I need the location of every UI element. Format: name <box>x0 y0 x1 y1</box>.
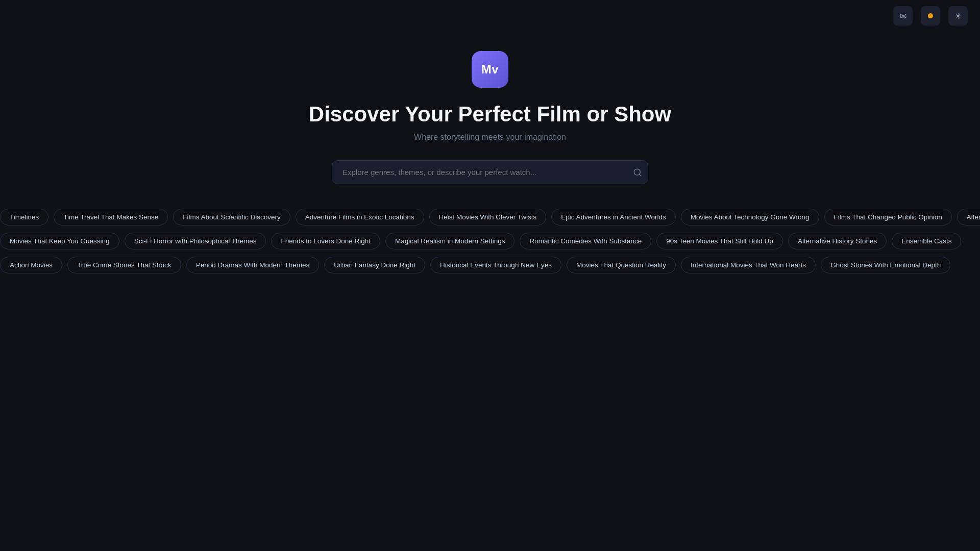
tag-item[interactable]: Films About Scientific Discovery <box>173 209 290 226</box>
tags-row-2: Action MoviesTrue Crime Stories That Sho… <box>0 257 980 273</box>
tag-item[interactable]: Adventure Films in Exotic Locations <box>296 209 424 226</box>
tag-item[interactable]: Alternative History Stories <box>957 209 980 226</box>
tag-item[interactable]: Movies That Question Reality <box>567 257 676 273</box>
search-container <box>332 160 648 184</box>
tags-row-0: TimelinesTime Travel That Makes SenseFil… <box>0 209 980 226</box>
tag-item[interactable]: Action Movies <box>0 257 62 273</box>
theme-toggle-button[interactable]: ☀ <box>948 6 968 26</box>
search-input[interactable] <box>332 160 648 184</box>
logo-text: Mv <box>481 62 499 77</box>
tag-item[interactable]: Romantic Comedies With Substance <box>520 233 651 249</box>
tag-item[interactable]: Period Dramas With Modern Themes <box>186 257 320 273</box>
header: ✉ ☀ <box>0 0 980 32</box>
tag-item[interactable]: Magical Realism in Modern Settings <box>385 233 514 249</box>
tag-item[interactable]: International Movies That Won Hearts <box>681 257 816 273</box>
tag-item[interactable]: Urban Fantasy Done Right <box>324 257 425 273</box>
tag-item[interactable]: Heist Movies With Clever Twists <box>429 209 547 226</box>
tag-item[interactable]: Ensemble Casts <box>892 233 961 249</box>
tag-item[interactable]: Films That Changed Public Opinion <box>824 209 952 226</box>
search-icon <box>633 168 642 177</box>
email-button[interactable]: ✉ <box>893 6 913 26</box>
svg-line-1 <box>639 174 641 176</box>
page-subtitle: Where storytelling meets your imaginatio… <box>414 133 566 142</box>
main-content: Mv Discover Your Perfect Film or Show Wh… <box>0 0 980 273</box>
tag-item[interactable]: Movies That Keep You Guessing <box>0 233 119 249</box>
user-button[interactable] <box>921 6 940 26</box>
tag-item[interactable]: Timelines <box>0 209 48 226</box>
tags-row-1: Movies That Keep You GuessingSci-Fi Horr… <box>0 233 980 249</box>
page-title: Discover Your Perfect Film or Show <box>309 102 671 127</box>
tag-item[interactable]: Alternative History Stories <box>788 233 887 249</box>
logo-container: Mv <box>472 51 508 88</box>
email-icon: ✉ <box>900 11 906 21</box>
tag-item[interactable]: Ghost Stories With Emotional Depth <box>821 257 950 273</box>
tag-item[interactable]: Friends to Lovers Done Right <box>271 233 380 249</box>
tag-item[interactable]: Movies About Technology Gone Wrong <box>681 209 819 226</box>
tag-item[interactable]: 90s Teen Movies That Still Hold Up <box>656 233 783 249</box>
user-icon <box>928 13 933 18</box>
tag-item[interactable]: Epic Adventures in Ancient Worlds <box>551 209 675 226</box>
app-logo: Mv <box>472 51 508 88</box>
theme-icon: ☀ <box>954 11 962 21</box>
tag-item[interactable]: True Crime Stories That Shock <box>67 257 181 273</box>
tags-section: TimelinesTime Travel That Makes SenseFil… <box>0 209 980 273</box>
tag-item[interactable]: Time Travel That Makes Sense <box>54 209 168 226</box>
search-button[interactable] <box>633 168 642 177</box>
tag-item[interactable]: Sci-Fi Horror with Philosophical Themes <box>125 233 266 249</box>
tag-item[interactable]: Historical Events Through New Eyes <box>430 257 561 273</box>
